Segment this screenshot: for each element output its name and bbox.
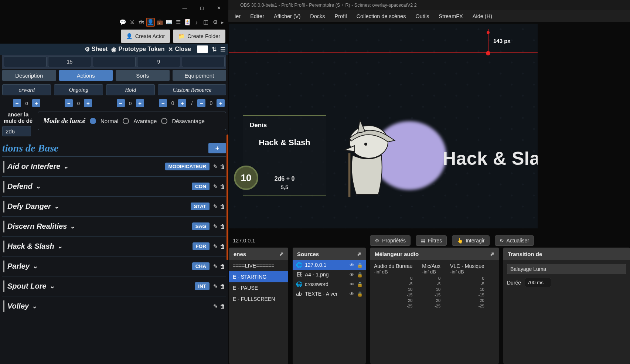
close-sheet-button[interactable]: ✕ Close — [168, 46, 191, 53]
duration-input[interactable] — [525, 278, 551, 287]
delete-icon[interactable]: 🗑 — [220, 223, 225, 230]
settings-tab-icon[interactable]: ⚙ — [211, 18, 219, 27]
edit-icon[interactable]: ✎ — [213, 223, 218, 230]
collapse-icon[interactable]: ▸ — [220, 20, 225, 25]
delete-icon[interactable]: 🗑 — [220, 163, 225, 170]
edit-icon[interactable]: ✎ — [213, 263, 218, 270]
action-item[interactable]: Defend⌄CON✎🗑 — [2, 176, 226, 196]
stat-badge[interactable]: SAG — [192, 222, 210, 230]
mixer-channel[interactable]: Mic/Aux -inf dB 0-5-10-15-20-25 — [422, 263, 440, 308]
minus-button[interactable]: − — [13, 99, 21, 107]
chevron-down-icon[interactable]: ⌄ — [54, 203, 59, 210]
compendium-tab-icon[interactable]: ◫ — [201, 18, 210, 27]
radio-avantage[interactable] — [123, 118, 129, 124]
sort-icon[interactable]: ⇅ — [212, 46, 217, 53]
maximize-button[interactable]: ◻ — [194, 1, 210, 15]
edit-icon[interactable]: ✎ — [213, 183, 218, 190]
minimize-button[interactable]: — — [177, 1, 193, 15]
edit-icon[interactable]: ✎ — [213, 163, 218, 170]
visibility-icon[interactable]: 👁 — [350, 291, 354, 297]
chevron-down-icon[interactable]: ⌄ — [50, 282, 55, 290]
action-item[interactable]: Hack & Slash⌄FOR✎🗑 — [2, 236, 226, 256]
plus-button[interactable]: + — [178, 99, 186, 107]
tab-description[interactable]: Description — [2, 70, 56, 81]
menu-streamfx[interactable]: StreamFX — [439, 13, 463, 19]
stat-badge[interactable]: MODIFICATEUR — [165, 163, 210, 170]
plus-button[interactable]: + — [32, 99, 40, 107]
interact-button[interactable]: 👆 Interagir — [452, 235, 489, 246]
delete-icon[interactable]: 🗑 — [220, 283, 225, 290]
lock-icon[interactable]: 🔒 — [357, 282, 363, 287]
action-item[interactable]: Volley⌄✎🗑 — [2, 296, 226, 316]
stat-box[interactable] — [93, 56, 136, 67]
lock-icon[interactable]: 🔒 — [357, 291, 363, 297]
edit-icon[interactable]: ✎ — [213, 203, 218, 210]
chevron-down-icon[interactable]: ⌄ — [70, 222, 75, 230]
chat-tab-icon[interactable]: 💬 — [118, 18, 127, 27]
stat-badge[interactable]: FOR — [193, 242, 210, 250]
stat-badge[interactable]: STAT — [191, 203, 210, 210]
close-button[interactable]: ✕ — [211, 1, 227, 15]
transition-select[interactable]: Balayage Luma — [507, 264, 626, 274]
resource-forward[interactable]: orward — [2, 84, 51, 95]
popout-icon[interactable]: ⬈ — [490, 251, 494, 257]
stat-badge[interactable]: INT — [195, 282, 210, 290]
source-item[interactable]: 🌐127.0.0.1👁🔒 — [293, 260, 366, 270]
properties-button[interactable]: ⚙ Propriétés — [370, 235, 411, 246]
visibility-icon[interactable]: 👁 — [350, 282, 354, 287]
tab-sorts[interactable]: Sorts — [116, 70, 170, 81]
sheet-config-button[interactable]: ⚙ Sheet — [85, 46, 108, 53]
color-swatch[interactable] — [197, 45, 208, 53]
action-item[interactable]: Defy Danger⌄STAT✎🗑 — [2, 196, 226, 216]
delete-icon[interactable]: 🗑 — [220, 203, 225, 210]
minus-button[interactable]: − — [117, 99, 125, 107]
chevron-down-icon[interactable]: ⌄ — [32, 302, 37, 310]
cards-tab-icon[interactable]: 🃏 — [183, 18, 192, 27]
playlists-tab-icon[interactable]: ♪ — [192, 18, 201, 27]
visibility-icon[interactable]: 👁 — [350, 272, 354, 278]
journal-tab-icon[interactable]: 📖 — [164, 18, 173, 27]
plus-button[interactable]: + — [84, 99, 92, 107]
edit-icon[interactable]: ✎ — [213, 243, 218, 250]
resource-custom[interactable]: Custom Resource — [158, 84, 226, 95]
preview-area[interactable]: 143 px Denis Hack & Slash 2d6 + 0 5,5 10… — [229, 24, 538, 228]
radio-normal[interactable] — [90, 118, 96, 124]
chevron-down-icon[interactable]: ⌄ — [57, 242, 62, 250]
action-item[interactable]: Parley⌄CHA✎🗑 — [2, 256, 226, 276]
popout-icon[interactable]: ⬈ — [357, 251, 361, 257]
menu-fichier[interactable]: ier — [235, 13, 241, 19]
chevron-down-icon[interactable]: ⌄ — [63, 163, 68, 170]
edit-icon[interactable]: ✎ — [213, 303, 218, 310]
tables-tab-icon[interactable]: ☰ — [174, 18, 183, 27]
menu-aide[interactable]: Aide (H) — [473, 13, 492, 19]
lock-icon[interactable]: 🔒 — [357, 262, 363, 268]
menu-editer[interactable]: Editer — [250, 13, 264, 19]
resource-ongoing[interactable]: Ongoing — [54, 84, 103, 95]
tab-actions[interactable]: Actions — [59, 70, 113, 81]
window-titlebar[interactable]: — ◻ ✕ — [0, 0, 228, 16]
scrollbar[interactable] — [227, 135, 228, 260]
minus-button[interactable]: − — [65, 99, 73, 107]
tab-equipement[interactable]: Equipement — [173, 70, 227, 81]
stat-box[interactable] — [182, 56, 225, 67]
chevron-down-icon[interactable]: ⌄ — [33, 262, 38, 270]
scene-item[interactable]: E - FULLSCREEN — [229, 293, 288, 305]
edit-icon[interactable]: ✎ — [213, 283, 218, 290]
scene-item[interactable]: E - STARTING — [229, 271, 288, 282]
delete-icon[interactable]: 🗑 — [220, 303, 225, 310]
create-actor-button[interactable]: 👤 Create Actor — [121, 30, 170, 43]
chevron-down-icon[interactable]: ⌄ — [35, 183, 41, 190]
stat-box[interactable]: 9 — [137, 56, 180, 67]
stat-box[interactable]: 15 — [48, 56, 91, 67]
scene-item[interactable]: E - PAUSE — [229, 282, 288, 293]
menu-outils[interactable]: Outils — [415, 13, 429, 19]
source-item[interactable]: 🌐crossword👁🔒 — [293, 279, 366, 289]
stat-badge[interactable]: CON — [192, 183, 210, 190]
minus-button[interactable]: − — [197, 99, 205, 107]
add-action-button[interactable]: + — [208, 143, 226, 153]
visibility-icon[interactable]: 👁 — [350, 262, 354, 268]
actors-tab-icon[interactable]: 👤 — [146, 18, 155, 27]
roll-formula-input[interactable]: 2d6 — [2, 126, 31, 136]
menu-docks[interactable]: Docks — [310, 13, 325, 19]
plus-button[interactable]: + — [217, 99, 225, 107]
